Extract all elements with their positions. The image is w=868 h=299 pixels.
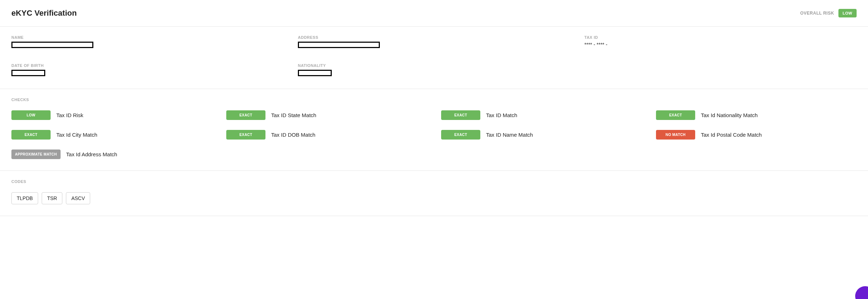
check-status-badge: LOW	[11, 110, 51, 120]
check-item: APPROXIMATE MATCHTax Id Address Match	[11, 150, 212, 159]
check-label: Tax Id Address Match	[66, 151, 117, 157]
check-status-badge: EXACT	[441, 130, 480, 140]
field-taxid-label: TAX ID	[584, 35, 857, 40]
check-item: EXACTTax ID Match	[441, 110, 642, 120]
field-address-label: ADDRESS	[298, 35, 570, 40]
code-chip: TSR	[42, 192, 62, 204]
check-item: EXACTTax ID State Match	[226, 110, 427, 120]
check-label: Tax ID State Match	[271, 112, 316, 118]
field-dob-label: DATE OF BIRTH	[11, 63, 284, 68]
page-title: eKYC Verification	[11, 9, 77, 18]
check-status-badge: EXACT	[656, 110, 695, 120]
field-name: NAME	[11, 35, 284, 49]
check-item: LOWTax ID Risk	[11, 110, 212, 120]
check-status-badge: EXACT	[226, 110, 265, 120]
check-status-badge: EXACT	[226, 130, 265, 140]
field-address: ADDRESS	[298, 35, 570, 49]
field-nationality: NATIONALITY	[298, 63, 570, 77]
check-label: Tax ID DOB Match	[271, 132, 315, 138]
checks-section: CHECKS LOWTax ID RiskEXACTTax ID State M…	[0, 89, 868, 171]
field-address-value-redacted	[298, 42, 380, 48]
code-chip: TLPDB	[11, 192, 38, 204]
overall-risk-badge: LOW	[838, 9, 857, 17]
checks-heading: CHECKS	[11, 98, 857, 102]
check-status-badge: NO MATCH	[656, 130, 695, 140]
code-chip: ASCV	[66, 192, 90, 204]
header: eKYC Verification OVERALL RISK LOW	[0, 0, 868, 27]
field-taxid: TAX ID **** - **** -	[584, 35, 857, 49]
header-right: OVERALL RISK LOW	[800, 9, 857, 17]
check-item: NO MATCHTax Id Postal Code Match	[656, 130, 857, 140]
field-taxid-value: **** - **** -	[584, 42, 608, 47]
check-label: Tax ID Name Match	[486, 132, 533, 138]
check-item: EXACTTax Id Nationality Match	[656, 110, 857, 120]
check-label: Tax Id Postal Code Match	[701, 132, 762, 138]
check-status-badge: EXACT	[441, 110, 480, 120]
check-item: EXACTTax Id City Match	[11, 130, 212, 140]
field-dob-value-redacted	[11, 70, 45, 76]
field-dob: DATE OF BIRTH	[11, 63, 284, 77]
check-status-badge: APPROXIMATE MATCH	[11, 150, 61, 159]
field-name-value-redacted	[11, 42, 93, 48]
codes-section: CODES TLPDBTSRASCV	[0, 171, 868, 216]
check-label: Tax ID Match	[486, 112, 517, 118]
identity-section: NAME ADDRESS TAX ID **** - **** - DATE O…	[0, 27, 868, 89]
check-item: EXACTTax ID DOB Match	[226, 130, 427, 140]
check-status-badge: EXACT	[11, 130, 51, 140]
check-item: EXACTTax ID Name Match	[441, 130, 642, 140]
check-label: Tax ID Risk	[56, 112, 83, 118]
field-nationality-label: NATIONALITY	[298, 63, 570, 68]
field-nationality-value-redacted	[298, 70, 332, 76]
overall-risk-label: OVERALL RISK	[800, 11, 834, 16]
field-name-label: NAME	[11, 35, 284, 40]
check-label: Tax Id City Match	[56, 132, 97, 138]
check-label: Tax Id Nationality Match	[701, 112, 758, 118]
codes-heading: CODES	[11, 179, 857, 184]
